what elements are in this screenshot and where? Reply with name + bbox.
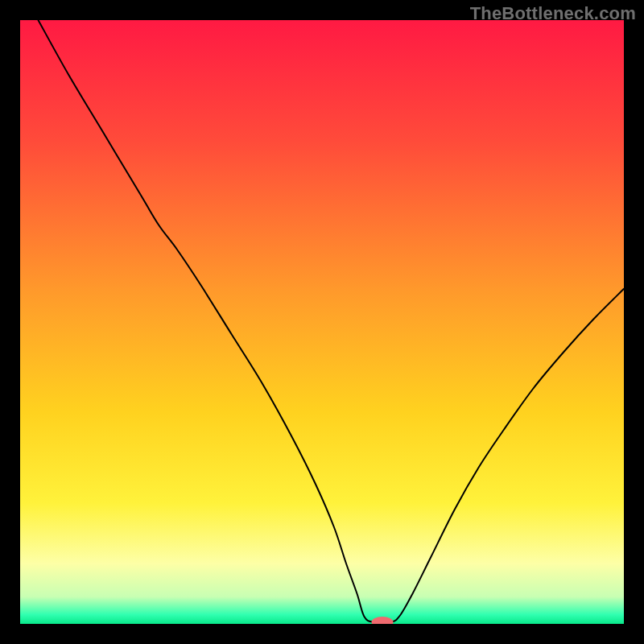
bottleneck-chart: [20, 20, 624, 624]
chart-frame: TheBottleneck.com: [0, 0, 644, 644]
chart-background: [20, 20, 624, 624]
